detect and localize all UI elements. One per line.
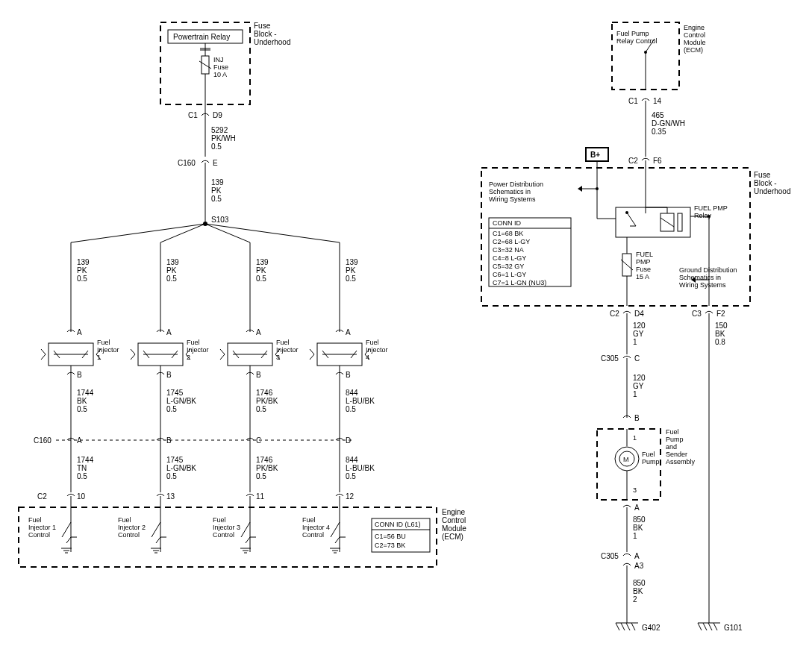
- injector-4-label: FuelInjector4: [366, 339, 388, 361]
- svg-text:B: B: [77, 371, 82, 379]
- ecm-inj1-label: FuelInjector 1Control: [28, 516, 56, 539]
- svg-text:150BK0.8: 150BK0.8: [715, 322, 728, 346]
- right-ecm-top-label: EngineControlModule(ECM): [684, 24, 706, 54]
- svg-text:C305: C305: [601, 354, 619, 363]
- powertrain-relay-label: Powertrain Relay: [173, 33, 230, 41]
- svg-text:1745L-GN/BK0.5: 1745L-GN/BK0.5: [166, 456, 196, 480]
- gnd-dist-label: Ground DistributionSchematics inWiring S…: [679, 266, 737, 289]
- ground-g402-icon: [616, 623, 638, 630]
- left-fuseblock-label: FuseBlock -Underhood: [254, 22, 290, 46]
- svg-text:C305: C305: [601, 552, 619, 560]
- svg-text:A: A: [77, 328, 82, 336]
- g101-label: G101: [724, 624, 743, 632]
- svg-text:C3: C3: [692, 310, 702, 318]
- left-ecm-label: EngineControlModule(ECM): [442, 508, 466, 541]
- svg-text:11: 11: [256, 492, 265, 501]
- svg-text:F2: F2: [716, 310, 725, 318]
- svg-line-2: [199, 61, 211, 69]
- svg-text:F6: F6: [653, 157, 662, 165]
- svg-text:B: B: [346, 371, 351, 379]
- svg-text:B: B: [256, 371, 261, 379]
- svg-line-8: [71, 224, 205, 242]
- injector-3-label: FuelInjector3: [276, 339, 299, 361]
- c160-row-label: C160: [34, 436, 51, 445]
- splice-s103: S103: [211, 216, 229, 224]
- ecm-inj3-label: FuelInjector 3Control: [213, 516, 240, 539]
- ecm-inj2-label: FuelInjector 2Control: [118, 516, 146, 539]
- svg-text:CONN ID: CONN ID: [493, 219, 522, 227]
- svg-text:1745L-GN/BK0.5: 1745L-GN/BK0.5: [166, 389, 196, 413]
- fuel-pmp-relay-label: FUEL PMPRelay: [694, 204, 728, 219]
- svg-text:1744TN0.5: 1744TN0.5: [77, 456, 94, 480]
- fuel-pump-relay-ctrl: Fuel PumpRelay Control: [616, 30, 658, 45]
- svg-text:C4=8 L-GY: C4=8 L-GY: [493, 254, 526, 262]
- conn-c1: C1: [188, 111, 198, 119]
- connid-l61-title: CONN ID (L61): [375, 521, 421, 528]
- conn-c160-top: C160: [178, 159, 196, 167]
- svg-text:B: B: [634, 414, 640, 422]
- svg-text:465D-GN/WH0.35: 465D-GN/WH0.35: [652, 111, 685, 136]
- c2-row-label: C2: [37, 492, 47, 501]
- svg-text:139PK0.5: 139PK0.5: [77, 258, 90, 283]
- svg-text:C3=32 NA: C3=32 NA: [493, 246, 524, 254]
- svg-text:3: 3: [633, 486, 637, 494]
- injector-2-label: FuelInjector2: [187, 339, 209, 361]
- svg-text:A: A: [634, 552, 640, 560]
- svg-rect-79: [678, 213, 682, 231]
- ecm-inj4-label: FuelInjector 4Control: [302, 516, 330, 539]
- svg-text:13: 13: [166, 492, 175, 501]
- svg-text:C: C: [634, 354, 640, 363]
- svg-text:139PK0.5: 139PK0.5: [346, 258, 358, 283]
- svg-text:C1=68 BK: C1=68 BK: [493, 230, 523, 237]
- svg-text:C5=32 GY: C5=32 GY: [493, 263, 524, 270]
- injector-1-label: FuelInjector1: [97, 339, 119, 361]
- svg-text:A: A: [256, 328, 261, 336]
- svg-text:C6=1 L-GY: C6=1 L-GY: [493, 271, 526, 278]
- svg-text:1746PK/BK0.5: 1746PK/BK0.5: [256, 456, 278, 480]
- svg-text:C2: C2: [628, 157, 638, 165]
- svg-text:B: B: [166, 371, 172, 379]
- svg-text:139PK0.5: 139PK0.5: [256, 258, 269, 283]
- fuel-pump-label: FuelPump: [642, 451, 660, 466]
- svg-point-60: [644, 51, 647, 54]
- svg-text:12: 12: [346, 492, 355, 501]
- svg-text:C1: C1: [628, 97, 638, 105]
- svg-text:1746PK/BK0.5: 1746PK/BK0.5: [256, 389, 278, 413]
- injector-columns: 139PK0.5 A FuelInjector1 B 1744BK0.5 A 1…: [28, 242, 388, 553]
- fuel-pump-asm-label: FuelPumpandSenderAssembly: [666, 428, 696, 466]
- svg-text:120GY1: 120GY1: [633, 322, 646, 346]
- power-dist-label: Power DistributionSchematics inWiring Sy…: [489, 181, 543, 203]
- svg-point-71: [596, 187, 599, 190]
- svg-text:A: A: [634, 504, 640, 512]
- right-fuseblock-label: FuseBlock -Underhood: [754, 171, 790, 195]
- svg-text:1: 1: [633, 434, 637, 442]
- svg-line-78: [660, 218, 674, 227]
- svg-text:A: A: [346, 328, 351, 336]
- svg-text:844L-BU/BK0.5: 844L-BU/BK0.5: [346, 456, 375, 480]
- wire-139: 139PK0.5: [211, 178, 224, 203]
- inj-fuse-label: INJFuse10 A: [213, 56, 228, 78]
- svg-point-76: [625, 211, 628, 214]
- wire-5292: 5292PK/WH0.5: [211, 126, 236, 151]
- svg-text:B+: B+: [590, 151, 600, 159]
- wiring-diagram: FuseBlock -Underhood Powertrain Relay IN…: [0, 0, 812, 652]
- ground-g101-icon: [698, 623, 720, 630]
- svg-text:10: 10: [77, 492, 86, 501]
- svg-text:D4: D4: [634, 310, 644, 318]
- connid-l61-l2: C2=73 BK: [375, 542, 405, 549]
- svg-text:A3: A3: [634, 562, 644, 570]
- g402-label: G402: [642, 624, 660, 632]
- svg-text:1744BK0.5: 1744BK0.5: [77, 389, 94, 413]
- svg-text:850BK2: 850BK2: [633, 579, 646, 604]
- svg-text:139PK0.5: 139PK0.5: [166, 258, 179, 283]
- svg-text:844L-BU/BK0.5: 844L-BU/BK0.5: [346, 389, 375, 413]
- svg-text:C2: C2: [610, 310, 619, 318]
- fuel-pmp-fuse-label: FUELPMPFuse15 A: [636, 251, 653, 280]
- svg-text:120GY1: 120GY1: [633, 374, 646, 398]
- conn-d9: D9: [213, 111, 222, 119]
- connid-l61-l1: C1=56 BU: [375, 533, 406, 540]
- svg-text:M: M: [623, 456, 629, 463]
- svg-text:14: 14: [653, 97, 662, 105]
- svg-text:C7=1 L-GN (NU3): C7=1 L-GN (NU3): [493, 279, 546, 286]
- svg-text:850BK1: 850BK1: [633, 515, 646, 540]
